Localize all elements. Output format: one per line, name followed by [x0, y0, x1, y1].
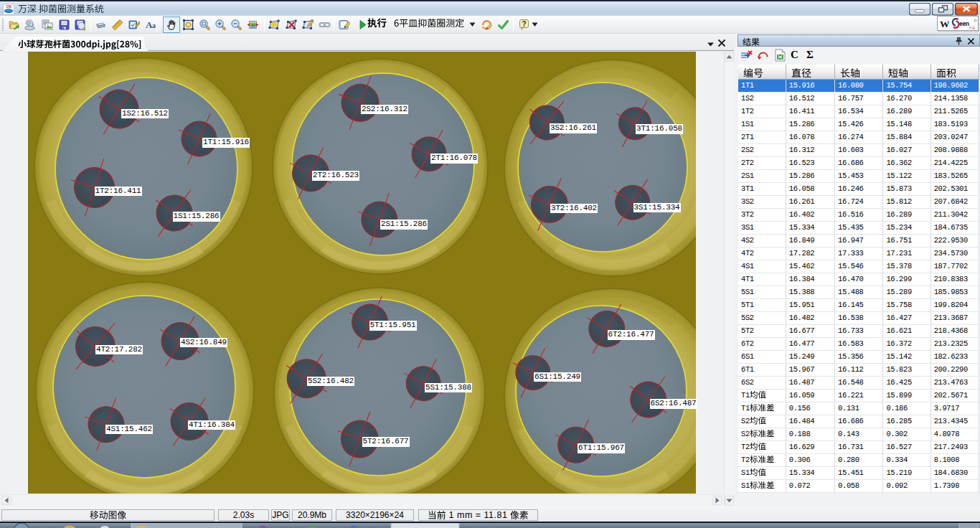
svg-text:a: a: [152, 22, 156, 29]
svg-text:een: een: [959, 20, 969, 27]
svg-text:W: W: [940, 19, 950, 29]
svg-text:?: ?: [522, 20, 526, 28]
svg-text:CN: CN: [6, 4, 11, 9]
